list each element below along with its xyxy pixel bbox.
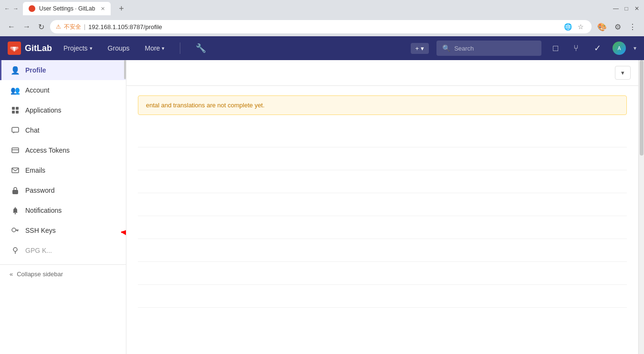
- search-bar[interactable]: 🔍: [436, 41, 541, 56]
- collapse-label: Collapse sidebar: [17, 271, 63, 278]
- bookmark-icon[interactable]: ☆: [576, 22, 586, 31]
- sidebar-item-ssh-keys[interactable]: SSH Keys: [0, 220, 126, 240]
- chat-icon: [11, 126, 20, 135]
- todos-icon[interactable]: ✓: [590, 41, 605, 55]
- svg-point-9: [15, 213, 16, 215]
- form-section: [138, 125, 627, 308]
- sidebar-item-password[interactable]: Password: [0, 180, 126, 200]
- maximize-button[interactable]: □: [623, 5, 630, 12]
- svg-rect-4: [12, 127, 19, 132]
- add-icon: +: [415, 45, 419, 52]
- svg-marker-15: [121, 229, 126, 236]
- sidebar-item-applications[interactable]: Applications: [0, 100, 126, 120]
- address-action-icons: 🌐 ☆: [562, 22, 586, 31]
- profile-icon: 👤: [11, 66, 20, 74]
- browser-title-bar: ← → User Settings · GitLab ✕ + — □ ✕: [0, 0, 644, 17]
- search-icon: 🔍: [442, 44, 450, 52]
- translate-icon[interactable]: 🌐: [562, 22, 574, 31]
- password-icon: [11, 186, 20, 195]
- browser-back-button[interactable]: ←: [6, 21, 17, 33]
- sidebar-access-tokens-label: Access Tokens: [25, 146, 70, 154]
- chrome-extension-icon[interactable]: 🎨: [595, 21, 609, 33]
- form-row-4: [138, 193, 627, 216]
- gitlab-logo[interactable]: GitLab: [8, 42, 52, 55]
- browser-forward-button[interactable]: →: [21, 21, 32, 33]
- profile-icon[interactable]: ⚙: [613, 21, 623, 33]
- form-row-1: [138, 125, 627, 147]
- form-row-7: [138, 262, 627, 285]
- search-input[interactable]: [454, 45, 536, 52]
- nav-groups[interactable]: Groups: [104, 42, 134, 54]
- svg-point-10: [12, 228, 16, 232]
- main-content: ▾ ental and translations are not complet…: [126, 60, 638, 354]
- projects-chevron: ▾: [90, 45, 93, 52]
- snippets-icon[interactable]: □: [549, 42, 562, 55]
- sidebar: 👤 Profile 👥 Account Applications: [0, 60, 126, 354]
- form-row-2: [138, 147, 627, 170]
- gpg-keys-icon: [11, 246, 20, 255]
- tab-close-icon[interactable]: ✕: [101, 6, 105, 12]
- svg-rect-7: [12, 168, 19, 173]
- sidebar-scrollbar[interactable]: [124, 60, 126, 79]
- svg-rect-8: [12, 190, 18, 194]
- sidebar-ssh-keys-label: SSH Keys: [25, 227, 56, 234]
- scrollbar-thumb[interactable]: [640, 60, 644, 156]
- user-menu-chevron: ▾: [634, 45, 636, 52]
- sidebar-item-profile[interactable]: 👤 Profile: [0, 60, 126, 80]
- add-new-button[interactable]: + ▾: [411, 43, 429, 54]
- browser-refresh-button[interactable]: ↻: [36, 21, 46, 33]
- applications-icon: [11, 106, 20, 115]
- form-row-5: [138, 216, 627, 239]
- form-row-8: [138, 285, 627, 308]
- warning-banner: ental and translations are not complete …: [138, 95, 627, 115]
- form-row-3: [138, 170, 627, 193]
- new-tab-button[interactable]: +: [114, 2, 128, 15]
- collapse-icon: «: [10, 271, 13, 278]
- sidebar-item-account[interactable]: 👥 Account: [0, 80, 126, 100]
- svg-rect-0: [12, 107, 15, 110]
- svg-rect-1: [16, 107, 19, 110]
- svg-rect-3: [16, 111, 19, 114]
- sidebar-item-chat[interactable]: Chat: [0, 120, 126, 140]
- browser-tab[interactable]: User Settings · GitLab ✕: [23, 2, 111, 15]
- nav-more[interactable]: More ▾: [141, 42, 169, 54]
- address-input-wrapper[interactable]: ⚠ 不安全 | 192.168.1.105:8787/profile 🌐 ☆: [50, 20, 592, 33]
- collapse-sidebar-button[interactable]: « Collapse sidebar: [0, 265, 126, 283]
- notifications-icon: [11, 206, 20, 215]
- close-button[interactable]: ✕: [634, 5, 640, 12]
- sidebar-applications-label: Applications: [25, 106, 62, 114]
- nav-projects[interactable]: Projects ▾: [60, 42, 96, 54]
- more-chevron: ▾: [162, 45, 165, 52]
- sidebar-notifications-label: Notifications: [25, 207, 62, 214]
- emails-icon: [11, 166, 20, 175]
- tab-title: User Settings · GitLab: [39, 5, 95, 12]
- svg-rect-5: [12, 148, 19, 153]
- expand-button[interactable]: ▾: [615, 66, 631, 80]
- browser-window-controls: ← →: [4, 5, 19, 12]
- back-nav-icon[interactable]: ←: [4, 5, 10, 12]
- gitlab-brand-label: GitLab: [25, 43, 52, 53]
- sidebar-item-notifications[interactable]: Notifications: [0, 200, 126, 220]
- admin-wrench-icon[interactable]: 🔧: [192, 41, 210, 55]
- browser-menu-icon[interactable]: ⋮: [627, 21, 638, 33]
- sidebar-item-access-tokens[interactable]: Access Tokens: [0, 140, 126, 160]
- sidebar-item-emails[interactable]: Emails: [0, 160, 126, 180]
- user-avatar[interactable]: A: [613, 42, 626, 55]
- address-bar: ← → ↻ ⚠ 不安全 | 192.168.1.105:8787/profile…: [0, 17, 644, 36]
- favicon-icon: [29, 5, 35, 12]
- security-icon: ⚠: [56, 23, 61, 30]
- form-row-6: [138, 239, 627, 262]
- access-tokens-icon: [11, 146, 20, 155]
- add-chevron: ▾: [421, 45, 424, 52]
- browser-right-actions: 🎨 ⚙ ⋮: [595, 21, 638, 33]
- ssh-keys-icon: [11, 226, 20, 235]
- right-scrollbar[interactable]: [638, 60, 644, 354]
- minimize-button[interactable]: —: [613, 5, 619, 12]
- sidebar-account-label: Account: [25, 86, 50, 94]
- expand-chevron: ▾: [621, 69, 624, 76]
- projects-label: Projects: [63, 44, 88, 52]
- sidebar-item-gpg-keys[interactable]: GPG K...: [0, 240, 126, 260]
- merge-requests-icon[interactable]: ⑂: [570, 42, 582, 55]
- account-icon: 👥: [11, 86, 20, 94]
- forward-nav-icon[interactable]: →: [12, 5, 19, 12]
